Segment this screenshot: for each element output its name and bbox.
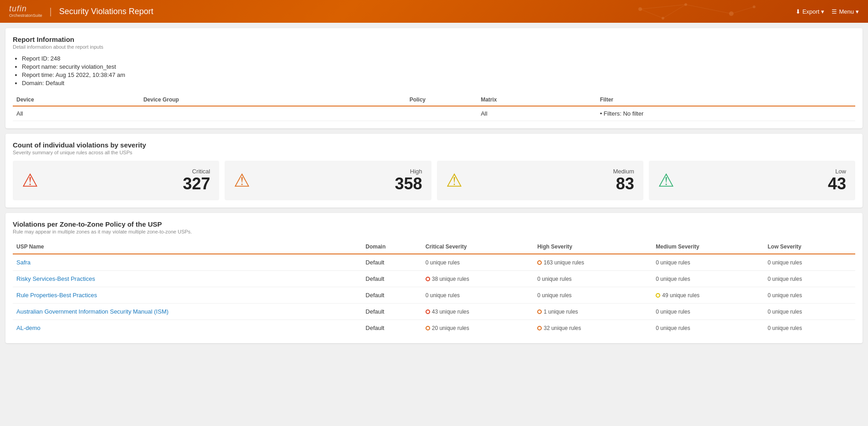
violations-subtitle: Rule may appear in multiple zones as it … <box>13 229 855 234</box>
cell-domain: Default <box>362 287 421 303</box>
severity-critical-values: Critical 327 <box>183 168 210 193</box>
col-policy: Policy <box>358 94 478 106</box>
cell-high: 0 unique rules <box>534 270 652 287</box>
table-row: Risky Services-Best Practices Default 38… <box>13 270 855 287</box>
severity-critical-count: 327 <box>183 175 210 193</box>
cell-domain: Default <box>362 320 421 336</box>
cell-low: 0 unique rules <box>764 303 855 320</box>
svg-line-8 <box>640 9 663 18</box>
cell-critical: 20 unique rules <box>422 320 534 336</box>
page-title: Security Violations Report <box>59 7 154 16</box>
cell-high: 163 unique rules <box>534 254 652 271</box>
severity-low: ⚠ Low 43 <box>649 161 855 200</box>
severity-low-count: 43 <box>828 175 846 193</box>
cell-domain: Default <box>362 303 421 320</box>
header: tufin OrchestratonSuite | Security Viola… <box>0 0 868 23</box>
table-row: Safra Default 0 unique rules 163 unique … <box>13 254 855 271</box>
cell-medium: 0 unique rules <box>652 254 764 271</box>
severity-high-count: 358 <box>395 175 422 193</box>
cell-medium: 0 unique rules <box>652 270 764 287</box>
col-high-sev: High Severity <box>534 240 652 254</box>
cell-low: 0 unique rules <box>764 320 855 336</box>
severity-high-label: High <box>395 168 422 175</box>
col-medium-sev: Medium Severity <box>652 240 764 254</box>
list-item: Report time: Aug 15 2022, 10:38:47 am <box>22 71 855 78</box>
cell-usp-name[interactable]: Risky Services-Best Practices <box>13 270 362 287</box>
cell-medium: 0 unique rules <box>652 320 764 336</box>
severity-high-values: High 358 <box>395 168 422 193</box>
cell-medium: 49 unique rules <box>652 287 764 303</box>
cell-usp-name[interactable]: Australian Government Information Securi… <box>13 303 362 320</box>
dot-yellow-icon <box>656 293 660 298</box>
col-usp-name: USP Name <box>13 240 362 254</box>
col-device-group: Device Group <box>140 94 358 106</box>
medium-icon: ⚠ <box>446 170 462 191</box>
col-filter: Filter <box>596 94 855 106</box>
cell-device: All <box>13 106 140 121</box>
severity-grid: ⚠ Critical 327 ⚠ High 358 ⚠ Medium 83 <box>13 161 855 200</box>
dot-red-icon <box>426 309 430 314</box>
severity-medium: ⚠ Medium 83 <box>437 161 643 200</box>
report-info-title: Report Information <box>13 36 855 43</box>
download-icon: ⬇ <box>796 8 801 15</box>
cell-high: 0 unique rules <box>534 287 652 303</box>
svg-line-5 <box>640 5 686 9</box>
list-item: Report ID: 248 <box>22 55 855 62</box>
severity-low-values: Low 43 <box>828 168 846 193</box>
report-info-list: Report ID: 248 Report name: security vio… <box>13 55 855 86</box>
dot-orange-icon <box>537 326 542 330</box>
cell-high: 1 unique rules <box>534 303 652 320</box>
cell-device-group <box>140 106 358 121</box>
severity-critical-label: Critical <box>183 168 210 175</box>
svg-line-9 <box>663 5 686 18</box>
violations-title: Violations per Zone-to-Zone Policy of th… <box>13 220 855 228</box>
severity-title: Count of individual violations by severi… <box>13 141 855 149</box>
col-low-sev: Low Severity <box>764 240 855 254</box>
cell-critical: 38 unique rules <box>422 270 534 287</box>
col-critical-sev: Critical Severity <box>422 240 534 254</box>
severity-medium-count: 83 <box>613 175 634 193</box>
filter-value: Filters: No filter <box>604 110 643 117</box>
menu-icon: ☰ <box>832 8 837 15</box>
col-device: Device <box>13 94 140 106</box>
cell-matrix: All <box>477 106 596 121</box>
severity-subtitle: Severity summary of unique rules across … <box>13 150 855 155</box>
cell-high: 32 unique rules <box>534 320 652 336</box>
report-info-table: Device Device Group Policy Matrix Filter… <box>13 94 855 121</box>
severity-low-label: Low <box>828 168 846 175</box>
cell-domain: Default <box>362 254 421 271</box>
menu-button[interactable]: ☰ Menu ▾ <box>832 8 859 15</box>
svg-point-2 <box>729 11 734 16</box>
cell-domain: Default <box>362 270 421 287</box>
chevron-down-icon: ▾ <box>856 8 859 15</box>
dot-orange-icon <box>537 309 542 314</box>
table-row: Australian Government Information Securi… <box>13 303 855 320</box>
header-right: ⬇ Export ▾ ☰ Menu ▾ <box>796 8 859 15</box>
tufin-logo: tufin OrchestratonSuite <box>9 5 42 18</box>
high-icon: ⚠ <box>234 170 250 191</box>
export-button[interactable]: ⬇ Export ▾ <box>796 8 825 15</box>
cell-policy <box>358 106 478 121</box>
main-content: Report Information Detail information ab… <box>0 23 868 349</box>
severity-card: Count of individual violations by severi… <box>5 134 863 208</box>
svg-line-7 <box>731 7 754 14</box>
low-icon: ⚠ <box>658 170 674 191</box>
svg-point-1 <box>684 3 687 6</box>
svg-point-4 <box>662 17 664 20</box>
severity-medium-values: Medium 83 <box>613 168 634 193</box>
svg-point-0 <box>638 7 642 11</box>
cell-low: 0 unique rules <box>764 254 855 271</box>
cell-low: 0 unique rules <box>764 287 855 303</box>
table-row: All All • Filters: No filter <box>13 106 855 121</box>
dot-orange-icon <box>426 326 430 330</box>
cell-usp-name[interactable]: AL-demo <box>13 320 362 336</box>
report-info-card: Report Information Detail information ab… <box>5 28 863 128</box>
header-divider: | <box>50 6 52 17</box>
cell-usp-name[interactable]: Rule Properties-Best Practices <box>13 287 362 303</box>
table-row: Rule Properties-Best Practices Default 0… <box>13 287 855 303</box>
critical-icon: ⚠ <box>22 170 38 191</box>
cell-medium: 0 unique rules <box>652 303 764 320</box>
severity-medium-label: Medium <box>613 168 634 175</box>
severity-critical: ⚠ Critical 327 <box>13 161 219 200</box>
cell-usp-name[interactable]: Safra <box>13 254 362 271</box>
